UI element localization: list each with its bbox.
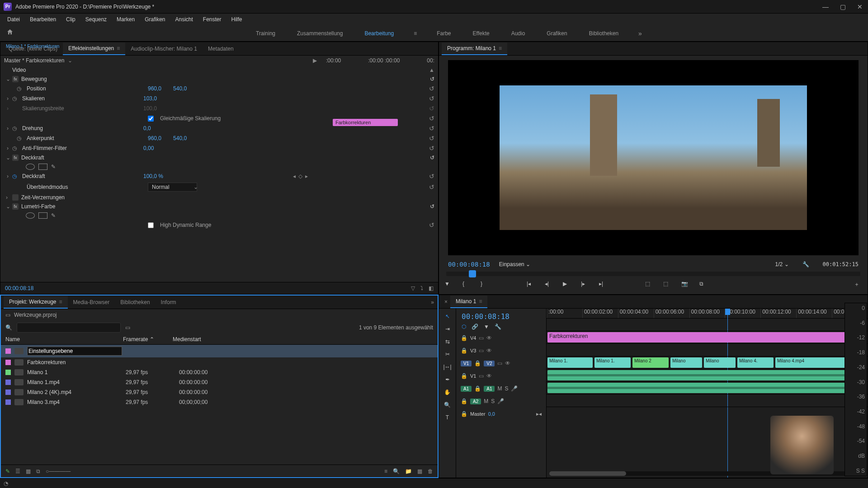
lock-icon[interactable]: 🔒 [474,385,481,392]
clip-adjustment-layer[interactable]: Farbkorrekturen [547,332,864,343]
effect-timecode[interactable]: 00:00:08:18 [5,285,33,291]
reset-icon[interactable]: ↺ [429,221,434,229]
reset-icon[interactable]: ↺ [429,145,434,152]
workspace-bibliotheken[interactable]: Bibliotheken [587,27,620,40]
slip-tool-icon[interactable]: |↔| [443,364,451,370]
col-name[interactable]: Name [5,336,123,343]
marker-icon[interactable]: ▼ [484,324,489,330]
stopwatch-icon[interactable]: ◷ [17,135,23,141]
play-only-icon[interactable]: ▶ [313,57,317,64]
lock-icon[interactable]: 🔒 [461,411,467,417]
reset-icon[interactable]: ↺ [430,203,434,210]
lock-icon[interactable]: 🔒 [461,373,467,379]
anker-y[interactable]: 540,0 [173,135,187,141]
solo-button[interactable]: S [491,398,495,404]
blend-mode-dropdown[interactable]: Normal [148,183,197,192]
zoom-slider[interactable]: ○———— [46,468,71,474]
clip-audio[interactable] [547,370,864,380]
workspace-grafiken[interactable]: Grafiken [545,27,569,40]
tab-programm[interactable]: Programm: Milano 1≡ [442,42,507,55]
step-back-icon[interactable]: ◂| [545,281,553,289]
reset-icon[interactable]: ↺ [429,135,434,142]
new-item-icon[interactable]: ✎ [5,468,10,474]
workspace-zusammenstellung[interactable]: Zusammenstellung [295,27,344,40]
reset-icon[interactable]: ↺ [429,85,434,92]
wrench-icon[interactable]: 🔧 [802,261,809,267]
mark-in-icon[interactable]: { [462,281,471,289]
track-master-label[interactable]: Master [470,411,486,417]
tab-audioclip-mischer[interactable]: Audioclip-Mischer: Milano 1 [125,43,203,55]
pen-tool-icon[interactable]: ✒ [445,376,450,383]
fit-dropdown[interactable]: Einpassen ⌄ [499,261,530,267]
anti-flimmer-value[interactable]: 0,00 [143,145,154,151]
toggle-icon[interactable]: ◧ [429,285,434,291]
toggle-output-icon[interactable]: ▭ [497,360,502,366]
track-v2-tag[interactable]: V2 [484,361,495,366]
stopwatch-icon[interactable]: ◷ [12,145,19,151]
tab-inform[interactable]: Inform [156,296,182,308]
mask-rect-icon[interactable] [38,212,47,219]
track-v4-label[interactable]: V4 [470,335,476,341]
resolution-dropdown[interactable]: 1/2 ⌄ [775,261,788,267]
project-row[interactable]: Farbkorrekturen [1,357,438,367]
position-y[interactable]: 540,0 [173,85,187,92]
button-editor-icon[interactable]: ＋ [854,281,862,289]
label-color-chip[interactable] [5,360,11,365]
mask-pen-icon[interactable]: ✎ [51,164,60,170]
tab-media-browser[interactable]: Media-Browser [68,296,115,308]
timeline-timecode[interactable]: 00:00:08:18 [458,311,544,322]
voice-over-icon[interactable]: 🎤 [497,398,504,404]
hdr-checkbox[interactable] [148,222,154,228]
track-select-tool-icon[interactable]: ⇥ [445,326,450,332]
auto-sequence-icon[interactable]: ≡ [384,468,387,474]
stopwatch-icon[interactable]: ◷ [12,125,19,131]
solo-button[interactable]: S [505,385,508,392]
clip-video[interactable]: Milano 1. [594,357,631,368]
mute-button[interactable]: M [484,398,488,404]
collapse-icon[interactable]: ▸◂ [536,411,542,417]
master-value[interactable]: 0,0 [488,411,495,417]
next-keyframe-icon[interactable]: ▸ [305,173,308,179]
workspace-audio[interactable]: Audio [509,27,527,40]
freeform-view-icon[interactable]: ⧉ [36,468,40,474]
find-icon[interactable]: 🔍 [393,468,400,474]
tab-metadaten[interactable]: Metadaten [203,43,239,55]
mask-ellipse-icon[interactable] [26,164,35,170]
panel-menu-icon[interactable]: ≡ [479,298,482,305]
clip-audio[interactable] [547,383,864,393]
workspace-farbe[interactable]: Farbe [435,27,453,40]
lift-icon[interactable]: ⬚ [645,281,653,289]
linked-selection-icon[interactable]: 🔗 [472,324,478,330]
minimize-button[interactable]: — [821,2,830,11]
project-row[interactable]: Milano 3.mp4 29,97 fps 00;00;00;00 [1,397,438,407]
new-bin-icon[interactable]: ▭ [125,324,130,331]
source-a1-tag[interactable]: A1 [461,386,472,392]
menu-clip[interactable]: Clip [61,14,80,24]
eye-icon[interactable]: 👁 [486,335,492,341]
reset-icon[interactable]: ↺ [429,183,434,191]
workspace-overflow-icon[interactable]: » [638,30,642,37]
selection-tool-icon[interactable]: ↖ [445,313,450,319]
label-color-chip[interactable] [5,380,11,385]
play-icon[interactable]: ▶ [563,281,571,289]
menu-marken[interactable]: Marken [112,14,139,24]
deckkraft-value[interactable]: 100,0 % [143,173,163,179]
workspace-menu-icon[interactable]: ≡ [414,30,417,37]
col-medienstart[interactable]: Medienstart [173,336,433,343]
chevron-down-icon[interactable]: ⌄ [68,57,72,64]
menu-bearbeiten[interactable]: Bearbeiten [25,14,61,24]
hand-tool-icon[interactable]: ✋ [444,389,451,395]
audio-meters[interactable]: 0-6-12-18-24-30-36-42-48-54dBS S [844,303,867,476]
new-item-icon[interactable]: ▦ [417,468,422,474]
workspace-effekte[interactable]: Effekte [471,27,491,40]
clip-video[interactable]: Milano 1. [547,357,593,368]
list-view-icon[interactable]: ☰ [15,468,20,474]
lock-icon[interactable]: 🔒 [461,335,467,341]
mask-pen-icon[interactable]: ✎ [51,212,60,219]
mask-rect-icon[interactable] [38,164,47,170]
tab-sequence[interactable]: Milano 1≡ [450,296,487,308]
voice-over-icon[interactable]: 🎤 [511,385,518,392]
clip-video[interactable]: Milano 2 [632,357,669,368]
go-to-in-icon[interactable]: |◂ [527,281,535,289]
track-a2-tag[interactable]: A2 [470,399,481,404]
